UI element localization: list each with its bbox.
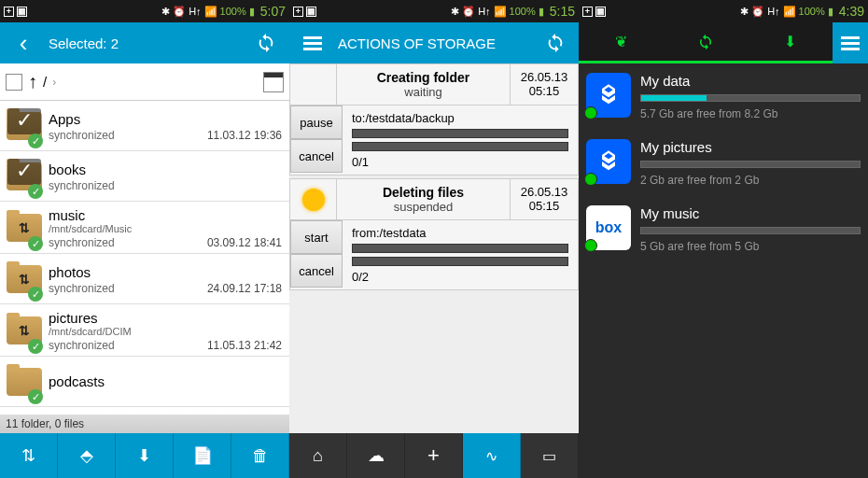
file-row[interactable]: ⇅ music /mnt/sdcard/Music synchronized03…	[0, 202, 289, 254]
chevron-left-icon: ‹	[20, 29, 28, 58]
screen-file-browser: +▦ ✱ ⏰ H↑ 📶 100% ▮ 5:07 ‹ Selected: 2 ↑ …	[0, 0, 289, 478]
notif-icon: +	[293, 7, 303, 17]
folder-icon: ⇅	[0, 202, 49, 253]
account-row[interactable]: box My music 5 Gb are free from 5 Gb	[579, 196, 868, 262]
task-cancel-button[interactable]: cancel	[290, 139, 343, 173]
notif-icon: ▦	[595, 7, 606, 17]
menu-button[interactable]	[295, 25, 330, 61]
selected-check-icon	[7, 159, 41, 185]
add-button[interactable]: +	[405, 433, 463, 478]
file-row[interactable]: books synchronized	[0, 151, 289, 202]
copy-button[interactable]: 📄	[174, 433, 231, 478]
task-date: 26.05.13	[516, 185, 572, 199]
status-bar: +▦ ✱ ⏰ H↑ 📶 100% ▮ 4:39	[579, 0, 868, 22]
refresh-icon	[697, 34, 714, 50]
cloud-button[interactable]: ☁	[347, 433, 405, 478]
account-row[interactable]: My data 5.7 Gb are free from 8.2 Gb	[579, 63, 868, 130]
tab-refresh[interactable]	[664, 22, 749, 63]
delete-button[interactable]: 🗑	[231, 433, 289, 478]
task-pause-button[interactable]: pause	[290, 105, 343, 139]
file-path: /mnt/sdcard/DCIM	[49, 326, 282, 337]
status-dot-icon	[584, 173, 597, 186]
contacts-button[interactable]: ▭	[521, 433, 579, 478]
task-date: 26.05.13	[516, 70, 572, 84]
task-cancel-button[interactable]: cancel	[290, 254, 343, 288]
storage-text: 5 Gb are free from 5 Gb	[640, 240, 861, 253]
battery-icon: ▮	[828, 6, 833, 18]
activity-button[interactable]: ∿	[463, 433, 521, 478]
file-date: 11.03.12 19:36	[207, 129, 282, 142]
file-row[interactable]: podcasts	[0, 357, 289, 407]
sync-status: synchronized	[49, 179, 115, 192]
action-bar: ‹ Selected: 2	[0, 22, 289, 63]
share-button[interactable]: ⬘	[58, 433, 116, 478]
file-info: photos synchronized24.09.12 17:18	[49, 254, 289, 303]
status-bar: +▦ ✱ ⏰ H↑ 📶 100% ▮ 5:15	[289, 0, 579, 22]
status-badge-icon	[28, 287, 43, 302]
file-row[interactable]: ⇅ pictures /mnt/sdcard/DCIM synchronized…	[0, 304, 289, 357]
task-list: Creating folderwaiting 26.05.1305:15 pau…	[289, 63, 579, 433]
download-button[interactable]: ⬇	[116, 433, 174, 478]
dropbox-icon	[586, 139, 631, 184]
file-name: books	[49, 162, 86, 177]
tab-sync[interactable]: ❦	[579, 22, 664, 63]
file-row[interactable]: ⇅ photos synchronized24.09.12 17:18	[0, 254, 289, 304]
file-list[interactable]: Apps synchronized11.03.12 19:36 books sy…	[0, 101, 289, 407]
screen-accounts: +▦ ✱ ⏰ H↑ 📶 100% ▮ 4:39 ❦ ⬇ My data 5.7 …	[579, 0, 868, 478]
cloud-icon: ☁	[368, 445, 385, 466]
status-dot-icon	[584, 239, 597, 252]
file-date: 03.09.12 18:41	[207, 236, 282, 249]
battery-level: 100%	[799, 6, 825, 17]
refresh-button[interactable]	[248, 25, 284, 61]
task-card: Creating folderwaiting 26.05.1305:15 pau…	[289, 63, 579, 176]
task-start-button[interactable]: start	[290, 220, 343, 254]
back-button[interactable]: ‹	[6, 25, 41, 61]
file-info: podcasts	[49, 357, 289, 406]
notif-icon: +	[582, 7, 593, 17]
alarm-icon: ⏰	[173, 6, 186, 18]
clock: 5:07	[260, 4, 286, 19]
progress-bar	[352, 244, 568, 253]
file-path: /mnt/sdcard/Music	[49, 223, 282, 234]
task-title: Deleting files	[343, 185, 504, 200]
chevron-right-icon: ›	[52, 76, 56, 89]
file-name: pictures	[49, 310, 98, 326]
battery-level: 100%	[510, 6, 536, 17]
account-name: My data	[640, 73, 861, 89]
sync-button[interactable]: ⇅	[0, 433, 58, 478]
sync-arrows-icon: ⇅	[19, 220, 30, 235]
battery-icon: ▮	[539, 6, 544, 18]
task-card: Deleting filessuspended 26.05.1305:15 st…	[289, 178, 579, 290]
path-row: ↑ / ›	[0, 63, 289, 101]
status-badge-icon	[28, 236, 43, 251]
copy-icon: 📄	[192, 445, 213, 466]
file-info: pictures /mnt/sdcard/DCIM synchronized11…	[49, 304, 289, 356]
alarm-icon: ⏰	[751, 6, 764, 18]
progress-bar	[352, 129, 568, 138]
task-path: from:/testdata	[352, 226, 568, 240]
activity-icon: ∿	[485, 447, 497, 465]
storage-bar	[640, 227, 861, 234]
path-text[interactable]: /	[43, 74, 47, 90]
selected-check-icon	[7, 108, 41, 134]
select-all-checkbox[interactable]	[6, 74, 22, 91]
tabs: ❦ ⬇	[579, 22, 833, 63]
clock: 4:39	[839, 4, 864, 19]
menu-button[interactable]	[833, 22, 868, 63]
status-badge-icon	[28, 184, 43, 199]
status-badge-icon	[28, 134, 43, 148]
sort-button[interactable]	[263, 72, 284, 92]
file-row[interactable]: Apps synchronized11.03.12 19:36	[0, 101, 289, 151]
sync-status: synchronized	[49, 282, 115, 295]
file-date: 24.09.12 17:18	[207, 282, 282, 295]
tab-download[interactable]: ⬇	[748, 22, 833, 63]
menu-icon	[841, 36, 860, 50]
account-row[interactable]: My pictures 2 Gb are free from 2 Gb	[579, 130, 868, 196]
home-icon: ⌂	[313, 446, 323, 466]
home-button[interactable]: ⌂	[289, 433, 347, 478]
up-folder-button[interactable]: ↑	[28, 71, 37, 92]
menu-icon	[303, 36, 322, 50]
storage-text: 5.7 Gb are free from 8.2 Gb	[640, 107, 861, 120]
refresh-button[interactable]	[538, 25, 573, 61]
folder-icon	[0, 101, 49, 150]
